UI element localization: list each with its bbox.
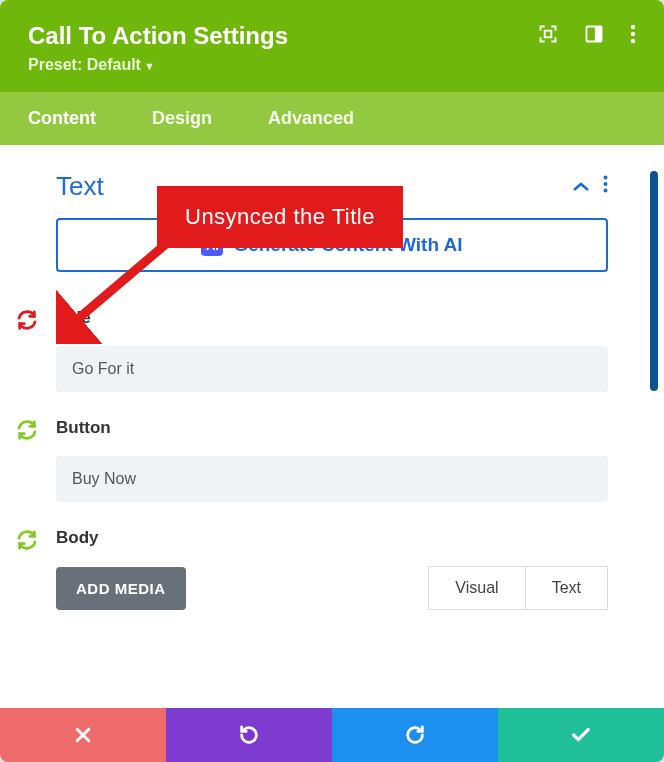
tab-advanced[interactable]: Advanced — [268, 92, 354, 145]
field-button-block: Button — [56, 418, 608, 502]
field-body-block: Body ADD MEDIA Visual Text — [56, 528, 608, 610]
tab-content[interactable]: Content — [28, 92, 96, 145]
button-label: Button — [56, 418, 608, 438]
svg-line-10 — [66, 244, 166, 329]
caret-down-icon: ▼ — [144, 60, 155, 72]
editor-tab-group: Visual Text — [428, 566, 608, 610]
svg-point-5 — [631, 39, 635, 43]
section-actions — [573, 175, 608, 198]
sync-icon-synced[interactable] — [16, 419, 38, 441]
sync-icon-synced-body[interactable] — [16, 529, 38, 551]
cancel-button[interactable] — [0, 708, 166, 762]
annotation-arrow-icon — [56, 234, 176, 344]
add-media-button[interactable]: ADD MEDIA — [56, 567, 186, 610]
editor-tab-visual[interactable]: Visual — [428, 566, 524, 610]
collapse-icon[interactable] — [573, 176, 589, 197]
footer-actions — [0, 708, 664, 762]
tab-bar: Content Design Advanced — [0, 92, 664, 145]
svg-rect-2 — [595, 27, 602, 42]
svg-point-7 — [604, 182, 608, 186]
tab-design[interactable]: Design — [152, 92, 212, 145]
sync-icon-unsynced[interactable] — [16, 309, 38, 331]
editor-tab-text[interactable]: Text — [525, 566, 608, 610]
kebab-menu-icon[interactable] — [630, 24, 636, 48]
settings-modal: Call To Action Settings Preset: Default▼… — [0, 0, 664, 762]
body-controls: ADD MEDIA Visual Text — [56, 566, 608, 610]
preset-label: Preset: Default — [28, 56, 141, 73]
panel-icon[interactable] — [584, 24, 604, 48]
modal-title: Call To Action Settings — [28, 22, 538, 50]
svg-point-8 — [604, 189, 608, 193]
svg-point-3 — [631, 25, 635, 29]
modal-header: Call To Action Settings Preset: Default▼ — [0, 0, 664, 92]
body-label: Body — [56, 528, 608, 548]
title-input[interactable] — [56, 346, 608, 392]
expand-icon[interactable] — [538, 24, 558, 48]
undo-button[interactable] — [166, 708, 332, 762]
svg-point-6 — [604, 176, 608, 180]
scrollbar-thumb[interactable] — [650, 171, 658, 391]
svg-point-4 — [631, 32, 635, 36]
header-top-row: Call To Action Settings — [28, 22, 636, 50]
preset-selector[interactable]: Preset: Default▼ — [28, 56, 636, 74]
header-actions — [538, 24, 636, 48]
annotation-callout: Unsynced the Title — [157, 186, 403, 248]
confirm-button[interactable] — [498, 708, 664, 762]
section-menu-icon[interactable] — [603, 175, 608, 198]
svg-rect-0 — [545, 31, 552, 38]
button-input[interactable] — [56, 456, 608, 502]
redo-button[interactable] — [332, 708, 498, 762]
